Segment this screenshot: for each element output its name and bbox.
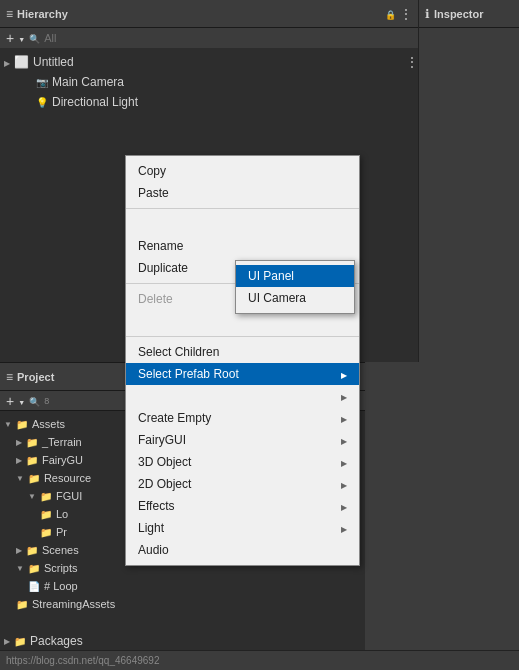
packages-item[interactable]: ▶ Packages bbox=[0, 632, 365, 650]
scenes-arrow-icon: ▶ bbox=[16, 546, 22, 555]
video-arrow-icon bbox=[341, 499, 347, 513]
project-search-icon bbox=[29, 394, 40, 408]
info-icon bbox=[425, 7, 430, 21]
pr-label: Pr bbox=[56, 526, 67, 538]
more-icon[interactable] bbox=[400, 7, 412, 21]
lock-icon[interactable] bbox=[385, 7, 396, 21]
inspector-header: Inspector bbox=[419, 0, 519, 28]
ui-arrow-icon bbox=[341, 521, 347, 535]
effects-arrow-icon bbox=[341, 433, 347, 447]
hamburger-icon bbox=[6, 7, 13, 21]
project-plus-icon[interactable] bbox=[6, 393, 14, 409]
context-menu: Copy Paste Rename Duplicate Delete Selec… bbox=[125, 155, 360, 566]
inspector-title: Inspector bbox=[434, 8, 513, 20]
fairygu-label: FairyGU bbox=[42, 454, 83, 466]
directional-light-label: Directional Light bbox=[52, 95, 138, 109]
resource-label: Resource bbox=[44, 472, 91, 484]
loop-icon: 📄 bbox=[28, 581, 40, 592]
hierarchy-item-main-camera[interactable]: Main Camera bbox=[0, 72, 418, 92]
assets-label: Assets bbox=[32, 418, 65, 430]
fairygui-arrow-icon bbox=[341, 367, 347, 381]
terrain-arrow-icon: ▶ bbox=[16, 438, 22, 447]
menu-item-video[interactable]: Effects bbox=[126, 495, 359, 517]
project-item-loop[interactable]: 📄 # Loop bbox=[0, 577, 365, 595]
scene-more-icon[interactable] bbox=[406, 55, 418, 69]
inspector-panel: Inspector bbox=[418, 0, 519, 362]
light-icon bbox=[36, 95, 48, 109]
audio-arrow-icon bbox=[341, 477, 347, 491]
fgui-folder-icon bbox=[40, 490, 52, 502]
terrain-folder-icon bbox=[26, 436, 38, 448]
menu-item-rename bbox=[126, 213, 359, 235]
hierarchy-header: Hierarchy bbox=[0, 0, 418, 28]
hierarchy-item-untitled[interactable]: ⬜ Untitled bbox=[0, 52, 418, 72]
search-input[interactable] bbox=[44, 32, 412, 44]
packages-arrow-icon: ▶ bbox=[4, 637, 10, 646]
menu-item-effects[interactable]: FairyGUI bbox=[126, 429, 359, 451]
menu-item-camera[interactable]: Audio bbox=[126, 539, 359, 561]
lo-folder-icon bbox=[40, 508, 52, 520]
menu-item-light[interactable]: 3D Object bbox=[126, 451, 359, 473]
submenu-fairygui: UI Panel UI Camera bbox=[235, 260, 355, 314]
scripts-folder-icon bbox=[28, 562, 40, 574]
submenu-item-ui-panel[interactable]: UI Panel bbox=[236, 265, 354, 287]
project-hamburger-icon bbox=[6, 370, 13, 384]
dropdown-icon[interactable] bbox=[18, 31, 25, 45]
menu-item-copy[interactable]: Copy bbox=[126, 160, 359, 182]
scripts-label: Scripts bbox=[44, 562, 78, 574]
menu-item-duplicate[interactable]: Rename bbox=[126, 235, 359, 257]
menu-item-audio[interactable]: 2D Object bbox=[126, 473, 359, 495]
streaming-label: StreamingAssets bbox=[32, 598, 115, 610]
plus-icon[interactable] bbox=[6, 30, 14, 46]
scenes-folder-icon bbox=[26, 544, 38, 556]
hierarchy-search-bar bbox=[0, 28, 418, 48]
project-dropdown-icon[interactable] bbox=[18, 394, 25, 408]
url-bar: https://blog.csdn.net/qq_46649692 bbox=[0, 650, 519, 670]
separator-3 bbox=[126, 336, 359, 337]
submenu-item-ui-camera[interactable]: UI Camera bbox=[236, 287, 354, 309]
packages-label: Packages bbox=[30, 634, 83, 648]
scenes-label: Scenes bbox=[42, 544, 79, 556]
terrain-label: _Terrain bbox=[42, 436, 82, 448]
menu-item-create-empty[interactable]: Select Children bbox=[126, 341, 359, 363]
camera-label: Main Camera bbox=[52, 75, 124, 89]
3d-object-arrow-icon bbox=[341, 389, 347, 403]
search-icon bbox=[29, 31, 40, 45]
project-item-streaming-assets[interactable]: StreamingAssets bbox=[0, 595, 365, 613]
separator-1 bbox=[126, 208, 359, 209]
fgui-arrow-icon: ▼ bbox=[28, 492, 36, 501]
scene-label: Untitled bbox=[33, 55, 74, 69]
camera-icon bbox=[36, 75, 48, 89]
url-text: https://blog.csdn.net/qq_46649692 bbox=[6, 655, 159, 666]
scene-icon: ⬜ bbox=[14, 55, 29, 69]
scene-arrow-icon bbox=[4, 55, 10, 69]
hierarchy-content: ⬜ Untitled Main Camera Directional Light bbox=[0, 48, 418, 116]
assets-folder-icon bbox=[16, 418, 28, 430]
streaming-folder-icon bbox=[16, 598, 28, 610]
menu-item-ui[interactable]: Light bbox=[126, 517, 359, 539]
resource-arrow-icon: ▼ bbox=[16, 474, 24, 483]
light-arrow-icon bbox=[341, 455, 347, 469]
fgui-label: FGUI bbox=[56, 490, 82, 502]
hierarchy-item-directional-light[interactable]: Directional Light bbox=[0, 92, 418, 112]
fairygu-folder-icon bbox=[26, 454, 38, 466]
loop-label: # Loop bbox=[44, 580, 78, 592]
packages-folder-icon bbox=[14, 634, 26, 648]
menu-item-fairygui[interactable]: Select Prefab Root bbox=[126, 363, 359, 385]
assets-arrow-icon: ▼ bbox=[4, 420, 12, 429]
hierarchy-title: Hierarchy bbox=[17, 8, 381, 20]
menu-item-3d-object[interactable] bbox=[126, 385, 359, 407]
pr-folder-icon bbox=[40, 526, 52, 538]
scripts-arrow-icon: ▼ bbox=[16, 564, 24, 573]
lo-label: Lo bbox=[56, 508, 68, 520]
2d-object-arrow-icon bbox=[341, 411, 347, 425]
menu-item-2d-object[interactable]: Create Empty bbox=[126, 407, 359, 429]
fairygu-arrow-icon: ▶ bbox=[16, 456, 22, 465]
menu-item-paste[interactable]: Paste bbox=[126, 182, 359, 204]
resource-folder-icon bbox=[28, 472, 40, 484]
